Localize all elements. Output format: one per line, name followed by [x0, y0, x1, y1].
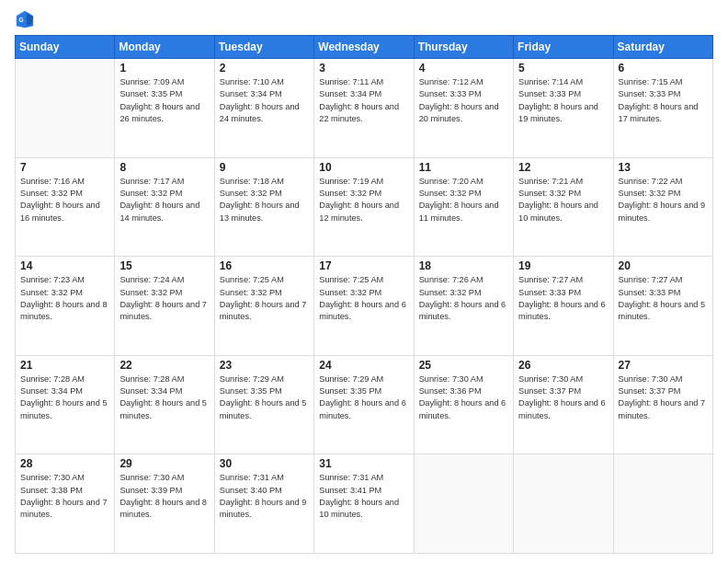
calendar-cell-1-5: 12Sunrise: 7:21 AMSunset: 3:32 PMDayligh…: [514, 157, 613, 257]
day-number: 4: [419, 62, 508, 75]
day-number: 18: [419, 259, 508, 272]
calendar-header-row: SundayMondayTuesdayWednesdayThursdayFrid…: [16, 36, 713, 59]
day-number: 7: [20, 161, 109, 174]
calendar-header-friday: Friday: [514, 36, 613, 59]
day-number: 24: [319, 359, 408, 372]
calendar-cell-1-3: 10Sunrise: 7:19 AMSunset: 3:32 PMDayligh…: [314, 157, 414, 257]
day-number: 16: [220, 259, 309, 272]
calendar-cell-4-3: 31Sunrise: 7:31 AMSunset: 3:41 PMDayligh…: [314, 454, 414, 554]
calendar-header-wednesday: Wednesday: [314, 36, 414, 59]
calendar-header-monday: Monday: [115, 36, 214, 59]
sun-info: Sunrise: 7:30 AMSunset: 3:36 PMDaylight:…: [419, 373, 508, 422]
sun-info: Sunrise: 7:29 AMSunset: 3:35 PMDaylight:…: [220, 373, 309, 422]
logo: G: [15, 9, 39, 29]
day-number: 26: [518, 359, 608, 372]
calendar-cell-3-6: 27Sunrise: 7:30 AMSunset: 3:37 PMDayligh…: [613, 355, 712, 454]
page: G SundayMondayTuesdayWednesdayThursdayFr…: [0, 0, 728, 563]
calendar-cell-3-4: 25Sunrise: 7:30 AMSunset: 3:36 PMDayligh…: [414, 355, 513, 454]
day-number: 31: [319, 457, 408, 470]
calendar-week-1: 7Sunrise: 7:16 AMSunset: 3:32 PMDaylight…: [16, 157, 713, 257]
day-number: 30: [220, 457, 309, 470]
calendar-cell-2-4: 18Sunrise: 7:26 AMSunset: 3:32 PMDayligh…: [414, 257, 513, 356]
calendar-cell-2-2: 16Sunrise: 7:25 AMSunset: 3:32 PMDayligh…: [214, 257, 313, 356]
day-number: 3: [319, 62, 408, 75]
day-number: 1: [119, 62, 209, 75]
day-number: 2: [220, 62, 309, 75]
day-number: 17: [319, 259, 408, 272]
day-number: 13: [619, 161, 708, 174]
sun-info: Sunrise: 7:28 AMSunset: 3:34 PMDaylight:…: [20, 373, 109, 422]
day-number: 9: [220, 161, 309, 174]
sun-info: Sunrise: 7:12 AMSunset: 3:33 PMDaylight:…: [419, 76, 508, 125]
calendar-cell-4-2: 30Sunrise: 7:31 AMSunset: 3:40 PMDayligh…: [214, 454, 313, 554]
sun-info: Sunrise: 7:30 AMSunset: 3:37 PMDaylight:…: [619, 373, 708, 422]
calendar-cell-2-0: 14Sunrise: 7:23 AMSunset: 3:32 PMDayligh…: [16, 257, 115, 356]
sun-info: Sunrise: 7:23 AMSunset: 3:32 PMDaylight:…: [20, 274, 109, 323]
day-number: 8: [119, 161, 209, 174]
calendar-cell-3-1: 22Sunrise: 7:28 AMSunset: 3:34 PMDayligh…: [115, 355, 214, 454]
sun-info: Sunrise: 7:30 AMSunset: 3:38 PMDaylight:…: [20, 472, 109, 521]
calendar-cell-0-1: 1Sunrise: 7:09 AMSunset: 3:35 PMDaylight…: [115, 59, 214, 158]
sun-info: Sunrise: 7:22 AMSunset: 3:32 PMDaylight:…: [619, 176, 708, 224]
sun-info: Sunrise: 7:30 AMSunset: 3:39 PMDaylight:…: [119, 472, 209, 521]
calendar-cell-4-0: 28Sunrise: 7:30 AMSunset: 3:38 PMDayligh…: [16, 454, 115, 554]
sun-info: Sunrise: 7:15 AMSunset: 3:33 PMDaylight:…: [619, 76, 708, 125]
calendar-cell-3-3: 24Sunrise: 7:29 AMSunset: 3:35 PMDayligh…: [314, 355, 414, 454]
sun-info: Sunrise: 7:17 AMSunset: 3:32 PMDaylight:…: [119, 176, 209, 224]
calendar-cell-3-0: 21Sunrise: 7:28 AMSunset: 3:34 PMDayligh…: [16, 355, 115, 454]
sun-info: Sunrise: 7:27 AMSunset: 3:33 PMDaylight:…: [619, 274, 708, 323]
sun-info: Sunrise: 7:27 AMSunset: 3:33 PMDaylight:…: [518, 274, 608, 323]
calendar-cell-4-4: [414, 454, 513, 554]
day-number: 10: [319, 161, 408, 174]
sun-info: Sunrise: 7:25 AMSunset: 3:32 PMDaylight:…: [319, 274, 408, 323]
day-number: 21: [20, 359, 109, 372]
calendar-cell-3-2: 23Sunrise: 7:29 AMSunset: 3:35 PMDayligh…: [214, 355, 313, 454]
calendar-cell-0-5: 5Sunrise: 7:14 AMSunset: 3:33 PMDaylight…: [514, 59, 613, 158]
calendar-cell-4-5: [514, 454, 613, 554]
sun-info: Sunrise: 7:28 AMSunset: 3:34 PMDaylight:…: [119, 373, 209, 422]
calendar-week-2: 14Sunrise: 7:23 AMSunset: 3:32 PMDayligh…: [16, 257, 713, 356]
calendar-cell-4-1: 29Sunrise: 7:30 AMSunset: 3:39 PMDayligh…: [115, 454, 214, 554]
day-number: 23: [220, 359, 309, 372]
logo-icon: G: [15, 9, 35, 29]
sun-info: Sunrise: 7:18 AMSunset: 3:32 PMDaylight:…: [220, 176, 309, 224]
calendar-cell-3-5: 26Sunrise: 7:30 AMSunset: 3:37 PMDayligh…: [514, 355, 613, 454]
day-number: 14: [20, 259, 109, 272]
day-number: 15: [119, 259, 209, 272]
calendar-cell-2-3: 17Sunrise: 7:25 AMSunset: 3:32 PMDayligh…: [314, 257, 414, 356]
sun-info: Sunrise: 7:30 AMSunset: 3:37 PMDaylight:…: [518, 373, 608, 422]
calendar-cell-0-6: 6Sunrise: 7:15 AMSunset: 3:33 PMDaylight…: [613, 59, 712, 158]
calendar-cell-0-4: 4Sunrise: 7:12 AMSunset: 3:33 PMDaylight…: [414, 59, 513, 158]
calendar-week-3: 21Sunrise: 7:28 AMSunset: 3:34 PMDayligh…: [16, 355, 713, 454]
day-number: 25: [419, 359, 508, 372]
day-number: 29: [119, 457, 209, 470]
day-number: 12: [518, 161, 608, 174]
calendar-week-4: 28Sunrise: 7:30 AMSunset: 3:38 PMDayligh…: [16, 454, 713, 554]
calendar-cell-4-6: [613, 454, 712, 554]
sun-info: Sunrise: 7:24 AMSunset: 3:32 PMDaylight:…: [119, 274, 209, 323]
calendar-cell-1-6: 13Sunrise: 7:22 AMSunset: 3:32 PMDayligh…: [613, 157, 712, 257]
calendar-cell-1-4: 11Sunrise: 7:20 AMSunset: 3:32 PMDayligh…: [414, 157, 513, 257]
calendar-cell-2-1: 15Sunrise: 7:24 AMSunset: 3:32 PMDayligh…: [115, 257, 214, 356]
calendar-cell-0-2: 2Sunrise: 7:10 AMSunset: 3:34 PMDaylight…: [214, 59, 313, 158]
sun-info: Sunrise: 7:26 AMSunset: 3:32 PMDaylight:…: [419, 274, 508, 323]
calendar-header-tuesday: Tuesday: [214, 36, 313, 59]
sun-info: Sunrise: 7:31 AMSunset: 3:41 PMDaylight:…: [319, 472, 408, 521]
sun-info: Sunrise: 7:09 AMSunset: 3:35 PMDaylight:…: [119, 76, 209, 125]
sun-info: Sunrise: 7:29 AMSunset: 3:35 PMDaylight:…: [319, 373, 408, 422]
day-number: 20: [619, 259, 708, 272]
sun-info: Sunrise: 7:19 AMSunset: 3:32 PMDaylight:…: [319, 176, 408, 224]
day-number: 19: [518, 259, 608, 272]
sun-info: Sunrise: 7:25 AMSunset: 3:32 PMDaylight:…: [220, 274, 309, 323]
sun-info: Sunrise: 7:14 AMSunset: 3:33 PMDaylight:…: [518, 76, 608, 125]
day-number: 11: [419, 161, 508, 174]
svg-text:G: G: [19, 17, 24, 23]
calendar-table: SundayMondayTuesdayWednesdayThursdayFrid…: [15, 35, 713, 554]
day-number: 5: [518, 62, 608, 75]
day-number: 22: [119, 359, 209, 372]
day-number: 27: [619, 359, 708, 372]
calendar-cell-1-0: 7Sunrise: 7:16 AMSunset: 3:32 PMDaylight…: [16, 157, 115, 257]
calendar-week-0: 1Sunrise: 7:09 AMSunset: 3:35 PMDaylight…: [16, 59, 713, 158]
calendar-cell-2-6: 20Sunrise: 7:27 AMSunset: 3:33 PMDayligh…: [613, 257, 712, 356]
calendar-header-thursday: Thursday: [414, 36, 513, 59]
